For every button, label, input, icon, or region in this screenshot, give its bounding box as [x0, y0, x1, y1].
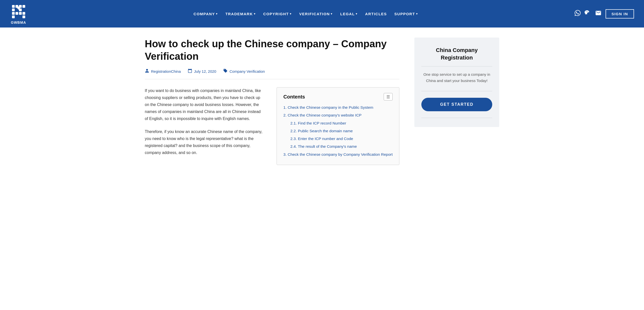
- article-body: If you want to do business with companie…: [145, 87, 400, 165]
- toc-toggle-icon: ☰: [386, 94, 390, 99]
- nav-trademark[interactable]: TRADEMARK ▾: [222, 10, 259, 18]
- svg-rect-14: [22, 16, 25, 18]
- toc-link-2[interactable]: 2. Check the Chinese company's website I…: [283, 113, 362, 117]
- meta-author[interactable]: RegistrationChina: [145, 69, 181, 74]
- sidebar-card-description: One stop service to set up a company in …: [421, 72, 492, 84]
- toc-item-2: 2. Check the Chinese company's website I…: [283, 112, 393, 118]
- category-name: Company Verification: [230, 69, 265, 74]
- article-area: How to check up the Chinese company – Co…: [145, 38, 400, 165]
- toc-link-1[interactable]: 1. Check the Chinese company in the Publ…: [283, 105, 373, 109]
- svg-rect-11: [16, 12, 18, 15]
- svg-rect-8: [18, 7, 19, 10]
- nav-legal[interactable]: LEGAL ▾: [337, 10, 361, 18]
- svg-rect-4: [19, 5, 22, 8]
- sidebar-card: China Company Registration One stop serv…: [414, 38, 499, 127]
- toc-item-2-2: 2.2. Public Search the domain name: [283, 128, 393, 134]
- toc-item-1: 1. Check the Chinese company in the Publ…: [283, 104, 393, 110]
- sidebar: China Company Registration One stop serv…: [414, 38, 499, 127]
- calendar-icon: [188, 69, 192, 74]
- company-chevron-icon: ▾: [216, 12, 218, 16]
- whatsapp-icon[interactable]: [574, 10, 580, 18]
- meta-date: July 12, 2020: [188, 69, 216, 74]
- svg-rect-6: [22, 5, 25, 8]
- email-icon[interactable]: [595, 10, 602, 18]
- article-paragraph-2: Therefore, if you know an accurate Chine…: [145, 128, 264, 156]
- toc-item-2-1: 2.1. Find the ICP record Number: [283, 120, 393, 126]
- nav-articles[interactable]: ARTICLES: [362, 10, 390, 18]
- sidebar-card-title: China Company Registration: [421, 47, 492, 61]
- svg-rect-10: [12, 16, 15, 18]
- nav-verification[interactable]: VERIFICATION ▾: [296, 10, 336, 18]
- article-text-column: If you want to do business with companie…: [145, 87, 264, 162]
- main-nav: COMPANY ▾ TRADEMARK ▾ COPYRIGHT ▾ VERIFI…: [37, 10, 574, 18]
- logo[interactable]: GWBMA: [10, 3, 27, 25]
- toc-link-3[interactable]: 3. Check the Chinese company by Company …: [283, 152, 393, 157]
- verification-chevron-icon: ▾: [331, 12, 333, 16]
- svg-rect-9: [12, 12, 15, 15]
- svg-rect-1: [12, 5, 15, 8]
- logo-text: GWBMA: [11, 21, 26, 25]
- nav-copyright[interactable]: COPYRIGHT ▾: [260, 10, 295, 18]
- toc-link-2-1[interactable]: 2.1. Find the ICP record Number: [290, 121, 346, 125]
- copyright-chevron-icon: ▾: [290, 12, 292, 16]
- svg-rect-5: [19, 9, 22, 11]
- article-meta: RegistrationChina July 12, 2020 Company …: [145, 69, 400, 79]
- signin-button[interactable]: SIGN IN: [606, 9, 634, 19]
- toc-link-2-3[interactable]: 2.3. Enter the ICP number and Code: [290, 136, 353, 141]
- header-social-icons: [574, 10, 602, 18]
- get-started-button[interactable]: GET STARTED: [421, 98, 492, 111]
- publish-date: July 12, 2020: [194, 69, 216, 74]
- svg-rect-3: [12, 9, 15, 11]
- toc-item-3: 3. Check the Chinese company by Company …: [283, 151, 393, 157]
- article-paragraph-1: If you want to do business with companie…: [145, 87, 264, 122]
- toc-toggle-button[interactable]: ☰: [384, 93, 393, 100]
- meta-category[interactable]: Company Verification: [223, 69, 265, 74]
- svg-rect-2: [16, 5, 18, 8]
- support-chevron-icon: ▾: [416, 12, 418, 16]
- nav-company[interactable]: COMPANY ▾: [190, 10, 221, 18]
- toc-title: Contents: [283, 94, 305, 100]
- sidebar-divider: [421, 66, 492, 67]
- table-of-contents: Contents ☰ 1. Check the Chinese company …: [276, 87, 400, 165]
- toc-item-2-3: 2.3. Enter the ICP number and Code: [283, 136, 393, 141]
- sidebar-divider-2: [421, 91, 492, 91]
- svg-rect-13: [22, 12, 25, 15]
- toc-header: Contents ☰: [283, 93, 393, 100]
- toc-item-2-4: 2.4. The result of the Company's name: [283, 143, 393, 149]
- sidebar-divider-3: [421, 118, 492, 118]
- page-container: How to check up the Chinese company – Co…: [130, 28, 514, 180]
- toc-link-2-4[interactable]: 2.4. The result of the Company's name: [290, 144, 357, 148]
- nav-support[interactable]: SUPPORT ▾: [392, 10, 421, 18]
- svg-rect-12: [19, 12, 22, 15]
- wechat-icon[interactable]: [584, 10, 591, 18]
- toc-link-2-2[interactable]: 2.2. Public Search the domain name: [290, 129, 353, 133]
- trademark-chevron-icon: ▾: [254, 12, 256, 16]
- author-icon: [145, 69, 149, 74]
- toc-list: 1. Check the Chinese company in the Publ…: [283, 104, 393, 157]
- site-header: GWBMA COMPANY ▾ TRADEMARK ▾ COPYRIGHT ▾ …: [0, 0, 644, 28]
- legal-chevron-icon: ▾: [356, 12, 358, 16]
- author-name: RegistrationChina: [151, 69, 181, 74]
- tag-icon: [223, 69, 228, 74]
- article-title: How to check up the Chinese company – Co…: [145, 38, 400, 63]
